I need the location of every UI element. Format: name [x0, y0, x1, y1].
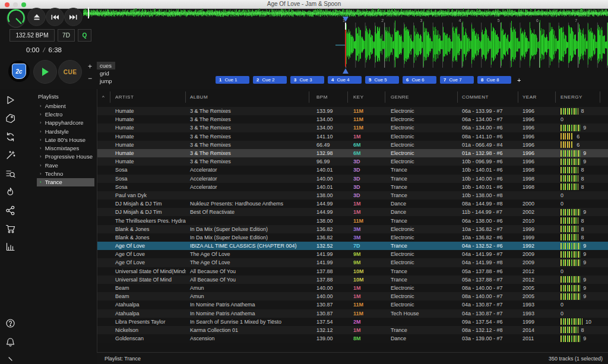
column-key[interactable]: KEY — [348, 91, 385, 103]
table-row[interactable]: Age Of Love The Age Of Love 141.99 9M El… — [97, 250, 608, 258]
jump-mode-cues[interactable]: cues — [97, 62, 115, 69]
play-button[interactable] — [33, 60, 57, 84]
cue-point-button[interactable]: 3Cue 3 — [290, 76, 324, 84]
energy-value: 9 — [583, 159, 586, 164]
table-row[interactable]: Universal State Of Mind All Because Of Y… — [97, 276, 608, 284]
quantize-button[interactable]: Q — [78, 29, 91, 42]
cue-point-button[interactable]: 8Cue 8 — [477, 76, 511, 84]
cell-comment: 06a - 138.00 - #6 — [458, 218, 518, 224]
energy-value: 9 — [583, 209, 586, 215]
jump-decrease-button[interactable]: − — [88, 74, 92, 83]
key-display[interactable]: 7D — [58, 29, 75, 42]
table-row[interactable]: Beam Amun 140.00 1M Electronic 08a - 140… — [97, 292, 608, 300]
column-energy[interactable]: ENERGY — [556, 91, 600, 103]
table-row[interactable]: Humate 3 & The Remixes 96.99 3D Electron… — [97, 157, 608, 166]
column-year[interactable]: YEAR — [518, 91, 556, 103]
skip-forward-button[interactable] — [64, 8, 83, 26]
cue-point-button[interactable]: 4Cue 4 — [328, 76, 362, 84]
table-row[interactable]: Blank & Jones In Da Mix (Super Deluxe Ed… — [97, 233, 608, 242]
column-bpm[interactable]: BPM — [309, 91, 348, 103]
eject-button[interactable] — [27, 8, 46, 26]
table-row[interactable]: Humate 3 & The Remixes 132.98 6M Electro… — [97, 149, 608, 157]
sidebar-item-trance[interactable]: ›Trance — [37, 178, 94, 186]
table-row[interactable]: Beam Amun 140.00 1M Electronic 08a - 140… — [97, 284, 608, 292]
cell-artist: Age Of Love — [110, 259, 186, 265]
jump-increase-button[interactable]: + — [88, 62, 92, 71]
cue-point-button[interactable]: 7Cue 7 — [440, 76, 474, 84]
play-icon[interactable] — [5, 95, 15, 105]
table-row[interactable]: Humate 3 & The Remixes 134.00 11M Electr… — [97, 124, 608, 132]
table-row[interactable]: DJ Misjah & DJ Tim Nukleuz Presents: Har… — [97, 200, 608, 208]
search-list-icon[interactable] — [5, 169, 15, 179]
sidebar-item-late-80-s-house[interactable]: ›Late 80's House — [24, 135, 94, 144]
table-row[interactable]: The Thrillseekers Pres. Hydra (3 138.00 … — [97, 216, 608, 224]
sort-asc-icon[interactable]: ^ — [97, 91, 110, 103]
cue-point-button[interactable]: 1Cue 1 — [216, 76, 249, 84]
sidebar-item-techno[interactable]: ›Techno — [24, 169, 94, 178]
bpm-display[interactable]: 132.52 BPM — [10, 29, 55, 42]
table-row[interactable]: Sosa Accelerator 140.00 3D Trance 10b - … — [97, 175, 608, 183]
flame-icon[interactable] — [5, 187, 15, 197]
cue-point-button[interactable]: 2Cue 2 — [253, 76, 287, 84]
cell-genre: Trance — [385, 243, 458, 249]
table-row[interactable]: Goldenscan Ascension 139.00 8M Dance 03a… — [97, 334, 608, 343]
table-row[interactable]: Paul van Dyk 138.00 3D Trance 10b - 138.… — [97, 191, 608, 200]
column-genre[interactable]: GENRE — [385, 91, 458, 103]
table-row[interactable]: Atahualpa In Nomine Patris Anathema 130.… — [97, 309, 608, 318]
share-nodes-icon[interactable] — [5, 205, 15, 216]
cart-icon[interactable] — [5, 224, 15, 234]
cue-button[interactable]: CUE — [58, 60, 82, 84]
energy-value: 0 — [560, 192, 563, 198]
table-row[interactable]: Humate 3 & The Remixes 141.10 1M Electro… — [97, 132, 608, 141]
sidebar-item-hardstyle[interactable]: ›Hardstyle — [24, 127, 94, 135]
zoomed-waveform[interactable]: 1234567 — [261, 17, 608, 74]
jump-mode-jump[interactable]: jump — [97, 77, 115, 85]
column-artist[interactable]: ARTIST — [110, 91, 186, 103]
sync-icon[interactable] — [5, 132, 15, 142]
table-row[interactable]: Humate 3 & The Remixes 134.00 11M Electr… — [97, 115, 608, 124]
energy-bar — [560, 234, 578, 240]
table-row[interactable]: Age Of Love The Age Of Love 141.99 9M El… — [97, 258, 608, 267]
tag-icon[interactable] — [5, 113, 15, 124]
table-row[interactable]: Sosa Accelerator 140.01 3D Trance 10b - … — [97, 183, 608, 191]
energy-value: 8 — [581, 108, 584, 114]
cell-artist: Humate — [110, 125, 186, 131]
table-row[interactable]: Atahualpa In Nomine Patris Anathema 130.… — [97, 300, 608, 309]
cell-year: 1996 — [518, 116, 556, 122]
add-cue-button[interactable]: + — [517, 77, 521, 84]
collapse-chevron-icon[interactable] — [5, 356, 15, 364]
table-row[interactable]: Age Of Love IBIZA ALL TIME CLASSICS (CHA… — [97, 242, 608, 250]
table-row[interactable]: Libra Presents Taylor In Search of Sunri… — [97, 318, 608, 326]
column-album[interactable]: ALBUM — [186, 91, 309, 103]
bar-chart-icon[interactable] — [5, 242, 15, 252]
sidebar-item-rave[interactable]: ›Rave — [24, 161, 94, 169]
sidebar-item-electro[interactable]: ›Electro — [24, 110, 94, 118]
table-row[interactable]: DJ Misjah & DJ Tim Best Of Reactivate 14… — [97, 208, 608, 216]
cell-energy: 8 — [556, 217, 600, 224]
sidebar-item-miscmixtapes[interactable]: ›Miscmixtapes — [24, 144, 94, 152]
column-comment[interactable]: COMMENT — [458, 91, 518, 103]
energy-value: 9 — [583, 150, 586, 156]
table-row[interactable]: Nickelson Karma Collection 01 132.12 1M … — [97, 326, 608, 334]
table-row[interactable]: Sosa Accelerator 140.01 3D Trance 10b - … — [97, 166, 608, 174]
cell-album: 3 & The Remixes — [186, 125, 309, 131]
sidebar-item-progressive-house[interactable]: ›Progressive House — [24, 153, 94, 161]
help-icon[interactable] — [5, 318, 15, 328]
table-row[interactable]: Humate 3 & The Remixes 133.99 11M Electr… — [97, 107, 608, 115]
sidebar-item-happyhardcore[interactable]: ›Happyhardcore — [24, 119, 94, 127]
cell-genre: Trance — [385, 167, 458, 173]
wand-icon[interactable] — [5, 150, 15, 160]
bell-icon[interactable] — [5, 337, 15, 347]
cell-bpm: 144.99 — [309, 201, 348, 207]
table-row[interactable]: Universal State Of Mind(Mindsw All Becau… — [97, 267, 608, 276]
table-row[interactable]: Humate 3 & The Remixes 66.49 6M Electron… — [97, 141, 608, 149]
cue-point-button[interactable]: 6Cue 6 — [403, 76, 436, 84]
chevron-right-icon: › — [40, 163, 42, 168]
jump-mode-grid[interactable]: grid — [97, 69, 115, 77]
skip-back-button[interactable] — [46, 8, 64, 26]
cell-year: 1999 — [518, 319, 556, 325]
cue-point-button[interactable]: 5Cue 5 — [365, 76, 399, 84]
sidebar-item-ambient[interactable]: ›Ambient — [24, 102, 94, 110]
table-row[interactable]: Blank & Jones In Da Mix (Super Deluxe Ed… — [97, 225, 608, 233]
jog-knob[interactable] — [5, 7, 27, 30]
